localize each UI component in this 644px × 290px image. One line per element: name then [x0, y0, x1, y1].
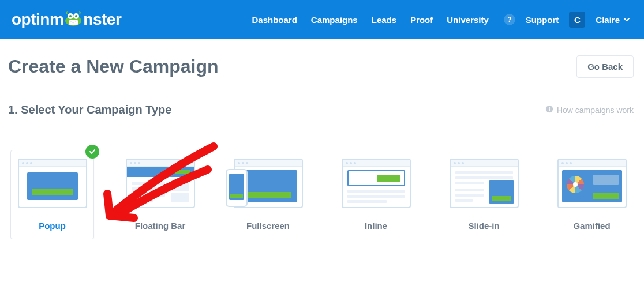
how-campaigns-work-label: How campaigns work	[557, 106, 634, 115]
campaign-type-inline[interactable]: Inline	[334, 150, 418, 239]
brand-word-right: nster	[83, 10, 121, 29]
chevron-down-icon	[623, 15, 630, 25]
floating-bar-thumb	[126, 159, 195, 208]
page-header: Create a New Campaign Go Back	[8, 55, 634, 78]
section-header: 1. Select Your Campaign Type How campaig…	[8, 103, 634, 116]
section-title: 1. Select Your Campaign Type	[8, 103, 171, 116]
user-name: Claire	[596, 15, 620, 25]
go-back-button[interactable]: Go Back	[576, 55, 634, 78]
campaign-type-label: Slide-in	[468, 221, 499, 231]
campaign-type-popup[interactable]: Popup	[10, 150, 94, 239]
user-menu[interactable]: Claire	[596, 15, 630, 25]
nav-support[interactable]: Support	[526, 15, 559, 25]
info-icon	[545, 105, 553, 115]
campaign-type-label: Gamified	[573, 221, 610, 231]
top-nav: optinm nster Dashboard Campaigns Leads P…	[0, 0, 644, 39]
nav-university[interactable]: University	[447, 15, 489, 25]
campaign-type-floating-bar[interactable]: Floating Bar	[118, 150, 202, 239]
brand-logo[interactable]: optinm nster	[12, 10, 121, 29]
page-body: Create a New Campaign Go Back 1. Select …	[0, 39, 644, 239]
campaign-type-label: Floating Bar	[135, 221, 186, 231]
gamified-thumb	[557, 159, 627, 208]
slide-in-thumb	[450, 159, 519, 208]
nav-right: ? Support C Claire	[504, 12, 630, 28]
nav-dashboard[interactable]: Dashboard	[252, 15, 297, 25]
campaign-type-gamified[interactable]: Gamified	[550, 150, 634, 239]
svg-point-3	[69, 15, 72, 17]
popup-thumb	[18, 159, 87, 208]
svg-point-4	[75, 15, 77, 17]
primary-nav: Dashboard Campaigns Leads Proof Universi…	[252, 15, 489, 25]
inline-thumb	[342, 159, 411, 208]
fullscreen-thumb	[234, 159, 303, 208]
campaign-type-grid: Popup Floating Bar	[8, 150, 634, 239]
campaign-type-label: Fullscreen	[246, 221, 290, 231]
help-icon[interactable]: ?	[504, 14, 515, 25]
svg-rect-7	[549, 108, 550, 111]
nav-campaigns[interactable]: Campaigns	[311, 15, 358, 25]
campaign-type-label: Popup	[39, 221, 66, 231]
campaign-type-label: Inline	[365, 221, 387, 231]
brand-word-left: optinm	[12, 10, 63, 29]
how-campaigns-work-link[interactable]: How campaigns work	[545, 105, 634, 115]
campaign-type-fullscreen[interactable]: Fullscreen	[226, 150, 310, 239]
mascot-icon	[63, 10, 83, 27]
svg-rect-8	[549, 107, 550, 108]
nav-leads[interactable]: Leads	[372, 15, 396, 25]
nav-proof[interactable]: Proof	[410, 15, 433, 25]
page-title: Create a New Campaign	[8, 56, 219, 77]
user-avatar[interactable]: C	[569, 12, 585, 28]
campaign-type-slide-in[interactable]: Slide-in	[442, 150, 526, 239]
selected-check-icon	[85, 145, 99, 159]
